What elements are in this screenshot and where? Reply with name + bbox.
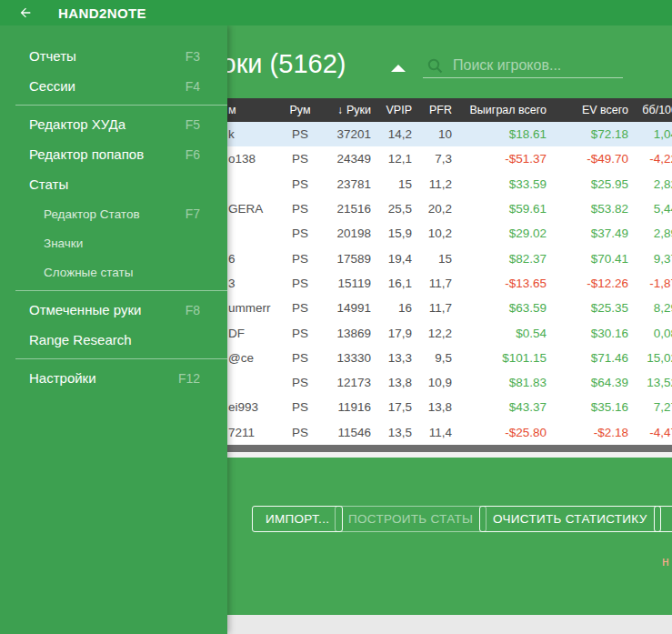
players-table: м Рум ↓ Руки VPIP PFR Выиграл всего EV в…	[177, 98, 672, 458]
bb100-cell: 13,52	[630, 376, 672, 389]
bb100-cell: 7,27	[630, 400, 672, 414]
bb100-cell: 0,08	[630, 327, 672, 340]
clipped-text-fragment: н	[662, 554, 669, 569]
menu-item-settings[interactable]: Настройки F12	[0, 363, 227, 393]
table-row[interactable]: k PS 37201 14,2 10 $18.61 $72.18 1,04	[177, 122, 672, 146]
vpip-cell: 15	[373, 177, 414, 191]
build-stats-button[interactable]: ПОСТРОИТЬ СТАТЫ	[335, 506, 486, 532]
sort-desc-icon: ↓	[337, 104, 343, 116]
hands-cell: 13330	[314, 351, 373, 365]
ev-cell: $30.16	[550, 327, 630, 340]
back-arrow-icon[interactable]	[16, 5, 35, 20]
horizontal-scrollbar[interactable]	[177, 445, 672, 452]
hands-cell: 15119	[314, 277, 373, 290]
room-cell: PS	[286, 426, 314, 439]
column-header-pfr[interactable]: PFR	[414, 104, 459, 116]
pfr-cell: 12,2	[414, 327, 459, 340]
menu-item-label: Сложные статы	[44, 266, 133, 279]
bb100-cell: 1,04	[630, 127, 672, 141]
navigation-drawer: Отчеты F3 Сессии F4 Редактор ХУДа F5 Ред…	[0, 25, 227, 634]
column-header-hands[interactable]: ↓ Руки	[314, 104, 373, 116]
ev-cell: -$49.70	[550, 152, 630, 166]
vpip-cell: 14,2	[373, 127, 414, 141]
column-header-won[interactable]: Выиграл всего	[459, 104, 550, 116]
menu-item-label: Редактор попапов	[29, 146, 144, 162]
room-cell: PS	[286, 400, 314, 414]
column-header-bb100[interactable]: бб/100	[630, 104, 672, 116]
hands-cell: 21516	[314, 202, 373, 216]
table-row[interactable]: 6 PS 17589 19,4 15 $82.37 $70.41 9,37	[177, 246, 672, 270]
ev-cell: $35.16	[550, 400, 630, 414]
import-button[interactable]: ИМПОРТ...	[252, 506, 343, 532]
menu-item-popup-editor[interactable]: Редактор попапов F6	[0, 139, 227, 169]
menu-item-hotkey: F3	[186, 49, 200, 64]
won-cell: $0.54	[459, 327, 550, 340]
bb100-cell: 15,02	[630, 351, 672, 365]
pfr-cell: 11,2	[414, 177, 459, 191]
vpip-cell: 16,1	[373, 277, 414, 290]
menu-item-hud-editor[interactable]: Редактор ХУДа F5	[0, 109, 227, 139]
vpip-cell: 12,1	[373, 152, 414, 166]
pfr-cell: 10	[414, 127, 459, 141]
menu-item-hotkey: F12	[178, 371, 200, 386]
vpip-cell: 25,5	[373, 202, 414, 216]
table-row[interactable]: @ce PS 13330 13,3 9,5 $101.15 $71.46 15,…	[177, 346, 672, 370]
room-cell: PS	[286, 351, 314, 365]
search-input[interactable]: Поиск игроков...	[423, 54, 623, 78]
column-header-room[interactable]: Рум	[286, 104, 314, 116]
won-cell: $81.83	[459, 376, 550, 389]
menu-item-complex-stats[interactable]: Сложные статы	[0, 257, 227, 287]
menu-item-range-research[interactable]: Range Research	[0, 325, 227, 355]
table-row[interactable]: ummerr PS 14991 16 11,7 $63.59 $25.35 8,…	[177, 296, 672, 320]
table-row[interactable]: PS 23781 15 11,2 $33.59 $25.95 2,82	[177, 172, 672, 196]
menu-item-stats[interactable]: Статы	[0, 169, 227, 199]
column-header-vpip[interactable]: VPIP	[373, 104, 414, 116]
hands-cell: 14991	[314, 301, 373, 315]
won-cell: $43.37	[459, 400, 550, 414]
bb100-cell: 5,44	[630, 202, 672, 216]
menu-item-stats-editor[interactable]: Редактор Статов F7	[0, 199, 227, 228]
menu-item-label: Настройки	[29, 370, 96, 386]
pfr-cell: 11,7	[414, 277, 459, 290]
room-cell: PS	[286, 277, 314, 290]
table-row[interactable]: DF PS 13869 17,9 12,2 $0.54 $30.16 0,08	[177, 320, 672, 345]
won-cell: $29.02	[459, 226, 550, 240]
ev-cell: $25.35	[550, 301, 630, 315]
table-row[interactable]: 7211 PS 11546 13,5 11,4 -$25.80 -$2.18 -…	[177, 420, 672, 445]
menu-item-sessions[interactable]: Сессии F4	[0, 71, 227, 101]
pfr-cell: 9,5	[414, 351, 459, 365]
table-row[interactable]: o138 PS 24349 12,1 7,3 -$51.37 -$49.70 -…	[177, 146, 672, 171]
table-row[interactable]: 3 PS 15119 16,1 11,7 -$13.65 -$12.26 -1,…	[177, 271, 672, 296]
room-cell: PS	[286, 127, 314, 141]
hands-cell: 11916	[314, 400, 373, 414]
table-body: k PS 37201 14,2 10 $18.61 $72.18 1,04 o1…	[177, 122, 672, 445]
collapse-caret-icon[interactable]	[391, 65, 406, 72]
bb100-cell: -4,47	[630, 426, 672, 439]
ev-cell: $64.39	[550, 376, 630, 389]
vpip-cell: 13,8	[373, 376, 414, 389]
won-cell: -$13.65	[459, 277, 550, 290]
table-row[interactable]: GERA PS 21516 25,5 20,2 $59.61 $53.82 5,…	[177, 196, 672, 221]
column-header-ev[interactable]: EV всего	[550, 104, 630, 116]
menu-item-badges[interactable]: Значки	[0, 228, 227, 257]
bb100-cell: 9,37	[630, 252, 672, 266]
hands-cell: 23781	[314, 177, 373, 191]
table-row[interactable]: PS 12173 13,8 10,9 $81.83 $64.39 13,52	[177, 370, 672, 395]
hands-cell: 24349	[314, 152, 373, 166]
pfr-cell: 11,4	[414, 426, 459, 439]
room-cell: PS	[286, 226, 314, 240]
menu-item-label: Сессии	[29, 78, 75, 94]
ev-cell: $71.46	[550, 351, 630, 365]
menu-item-label: Редактор ХУДа	[29, 116, 125, 132]
search-icon	[427, 58, 443, 74]
table-row[interactable]: PS 20198 15,9 10,2 $29.02 $37.49 2,89	[177, 221, 672, 246]
menu-item-marked-hands[interactable]: Отмеченные руки F8	[0, 295, 227, 325]
room-cell: PS	[286, 177, 314, 191]
close-button[interactable]: З	[654, 506, 672, 532]
table-row[interactable]: ei993 PS 11916 17,5 13,8 $43.37 $35.16 7…	[177, 395, 672, 419]
menu-item-reports[interactable]: Отчеты F3	[0, 41, 227, 71]
menu-item-hotkey: F7	[186, 206, 200, 221]
clear-statistics-button[interactable]: ОЧИСТИТЬ СТАТИСТИКУ	[479, 506, 661, 532]
ev-cell: $53.82	[550, 202, 630, 216]
hands-cell: 12173	[314, 376, 373, 389]
